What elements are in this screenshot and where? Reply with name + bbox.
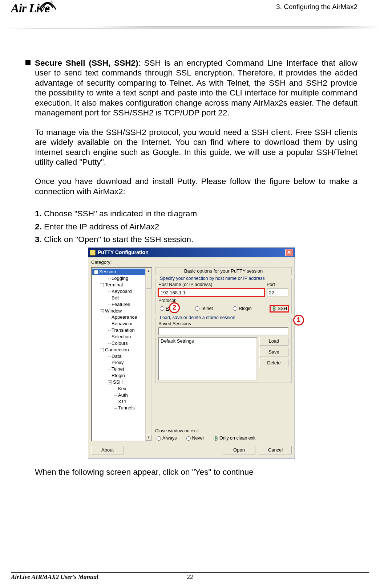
category-tree[interactable]: −Session Logging −Terminal Keyboard Bell…: [91, 267, 152, 441]
tree-terminal[interactable]: −Terminal: [92, 282, 151, 288]
save-button[interactable]: Save: [259, 348, 288, 356]
tree-session[interactable]: −Session: [92, 269, 151, 275]
exit-label: Close window on exit:: [155, 428, 292, 434]
pane-header: Basic options for your PuTTY session: [155, 267, 292, 275]
tree-colours[interactable]: Colours: [92, 340, 151, 347]
square-bullet-icon: [25, 60, 31, 65]
saved-session-input[interactable]: [158, 327, 288, 335]
content-body: Secure Shell (SSH, SSH2): SSH is an encr…: [0, 47, 380, 477]
paragraph-2: To manage via the SSH/SSH2 protocol, you…: [35, 127, 357, 167]
group-sessions: Load, save or delete a stored session Sa…: [155, 318, 292, 383]
brand-logo: Air Live®: [11, 1, 53, 15]
category-label: Category:: [91, 260, 292, 265]
radio-always[interactable]: Always: [155, 435, 178, 441]
tree-kex[interactable]: Kex: [92, 385, 151, 392]
port-label: Port: [267, 282, 288, 287]
putty-window: PuTTY Configuration ✕ Category: −Session…: [88, 248, 295, 459]
tree-selection[interactable]: Selection: [92, 334, 151, 340]
tree-x11[interactable]: X11: [92, 399, 151, 405]
steps-list: 1. Choose "SSH" as indicated in the diag…: [35, 209, 357, 244]
bullet-item: Secure Shell (SSH, SSH2): SSH is an encr…: [25, 58, 357, 118]
tree-tunnels[interactable]: Tunnels: [92, 405, 151, 411]
group-sessions-title: Load, save or delete a stored session: [158, 315, 237, 320]
bullet-text: Secure Shell (SSH, SSH2): SSH is an encr…: [35, 58, 357, 118]
scroll-up-button[interactable]: ▲: [146, 268, 151, 274]
tree-scrollbar[interactable]: ▲ ▼: [145, 268, 151, 441]
header-divider-2: [7, 28, 380, 29]
radio-never[interactable]: Never: [185, 435, 206, 441]
cancel-button[interactable]: Cancel: [259, 446, 292, 454]
footer-title: AirLive AIRMAX2 User's Manual: [11, 573, 98, 581]
tree-features[interactable]: Features: [92, 301, 151, 308]
protocol-label: Protocol:: [158, 298, 288, 303]
scroll-thumb[interactable]: [146, 274, 151, 289]
tree-keyboard[interactable]: Keyboard: [92, 288, 151, 295]
tree-behaviour[interactable]: Behaviour: [92, 320, 151, 327]
load-button[interactable]: Load: [259, 337, 288, 346]
antenna-icon: [35, 0, 60, 12]
after-figure-text: When the following screen appear, click …: [35, 467, 357, 477]
group-connection-title: Specify your connection by host name or …: [158, 276, 266, 281]
about-button[interactable]: About: [91, 446, 124, 454]
delete-button[interactable]: Delete: [259, 359, 288, 367]
tree-translation[interactable]: Translation: [92, 327, 151, 334]
bullet-title: Secure Shell (SSH, SSH2): [35, 58, 138, 68]
tree-connection[interactable]: −Connection: [92, 347, 151, 353]
radio-rlogin[interactable]: Rlogin: [231, 306, 253, 312]
tree-bell[interactable]: Bell: [92, 295, 151, 301]
session-list[interactable]: Default Settings: [158, 337, 257, 380]
page-footer: AirLive AIRMAX2 User's Manual 22: [11, 572, 369, 581]
chapter-title: 3. Configuring the AirMax2: [276, 3, 357, 11]
step-1: 1. Choose "SSH" as indicated in the diag…: [35, 209, 357, 219]
header-divider: [91, 26, 380, 28]
scroll-down-button[interactable]: ▼: [146, 434, 151, 441]
open-button[interactable]: Open: [223, 446, 255, 454]
window-title: PuTTY Configuration: [98, 249, 285, 256]
tree-proxy[interactable]: Proxy: [92, 359, 151, 366]
host-input[interactable]: 192.168.1.1: [158, 289, 264, 297]
putty-icon: [90, 250, 96, 256]
tree-telnet[interactable]: Telnet: [92, 366, 151, 372]
page-header: 3. Configuring the AirMax2 Air Live®: [0, 0, 380, 47]
radio-telnet[interactable]: Telnet: [194, 306, 214, 312]
svg-point-0: [45, 8, 50, 10]
port-input[interactable]: 22: [267, 289, 288, 297]
putty-body: Category: −Session Logging −Terminal Key…: [88, 257, 295, 458]
paragraph-3: Once you have download and install Putty…: [35, 176, 357, 196]
tree-window[interactable]: −Window: [92, 308, 151, 314]
step-3: 3. Click on "Open" to start the SSH sess…: [35, 234, 357, 244]
callout-2: 2: [169, 302, 180, 313]
radio-ssh[interactable]: SSH: [270, 306, 288, 312]
tree-data[interactable]: Data: [92, 353, 151, 360]
figure-putty: PuTTY Configuration ✕ Category: −Session…: [25, 248, 357, 459]
tree-ssh[interactable]: −SSH: [92, 379, 151, 385]
close-icon: ✕: [287, 249, 291, 256]
callout-1: 1: [293, 315, 304, 326]
tree-logging[interactable]: Logging: [92, 275, 151, 282]
close-button[interactable]: ✕: [285, 249, 293, 256]
session-default[interactable]: Default Settings: [161, 338, 255, 344]
registered-mark: ®: [49, 0, 53, 4]
page-number: 22: [187, 573, 193, 581]
host-label: Host Name (or IP address): [158, 282, 264, 287]
tree-appearance[interactable]: Appearance: [92, 314, 151, 320]
radio-clean[interactable]: Only on clean exit: [212, 435, 257, 441]
saved-label: Saved Sessions: [158, 321, 288, 327]
titlebar[interactable]: PuTTY Configuration ✕: [88, 248, 295, 257]
tree-rlogin[interactable]: Rlogin: [92, 372, 151, 379]
options-pane: Basic options for your PuTTY session Spe…: [155, 267, 292, 441]
bottom-buttons: About Open Cancel: [91, 446, 292, 454]
tree-auth[interactable]: Auth: [92, 392, 151, 399]
step-2: 2. Enter the IP address of AirMax2: [35, 222, 357, 232]
